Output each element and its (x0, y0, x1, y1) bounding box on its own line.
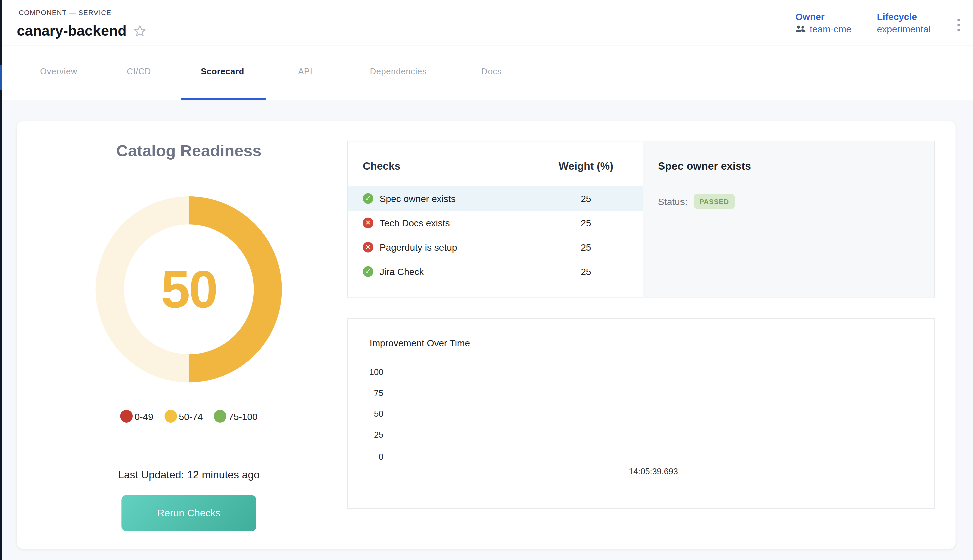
check-detail-panel: Spec owner exists Status: PASSED (643, 141, 934, 297)
check-pass-icon: ✓ (363, 266, 373, 277)
chart-title: Improvement Over Time (370, 337, 470, 348)
status-label: Status: (658, 196, 687, 207)
check-fail-icon: ✕ (363, 218, 373, 228)
check-weight: 25 (539, 193, 633, 204)
x-axis-tick: 14:05:39.693 (629, 467, 678, 476)
check-weight: 25 (539, 266, 633, 277)
lifecycle-value: experimental (877, 24, 931, 34)
lifecycle-meta: Lifecycle experimental (877, 12, 931, 34)
status-badge: PASSED (694, 194, 734, 209)
entity-header: COMPONENT — SERVICE canary-backend Owner… (2, 0, 973, 47)
score-value: 50 (161, 259, 217, 320)
owner-label: Owner (795, 12, 851, 22)
weight-column-header: Weight (%) (539, 160, 633, 172)
y-axis-tick: 0 (355, 452, 383, 461)
table-row-pagerduty[interactable]: ✕ Pagerduty is setup 25 (347, 235, 644, 259)
page: COMPONENT — SERVICE canary-backend Owner… (0, 0, 973, 560)
owner-value: team-cme (810, 24, 851, 34)
scorecard-title: Catalog Readiness (17, 141, 361, 160)
legend-dot-red (120, 410, 132, 423)
legend-dot-green (214, 410, 226, 423)
legend-item: 0-49 (120, 410, 153, 423)
y-axis-tick: 100 (355, 367, 383, 377)
check-detail-title: Spec owner exists (658, 160, 751, 172)
legend-dot-yellow (164, 410, 177, 423)
tab-docs[interactable]: Docs (481, 67, 502, 76)
team-icon (795, 25, 806, 33)
checks-table: Checks Weight (%) ✓ Spec owner exists 25… (347, 141, 643, 297)
table-row-tech-docs[interactable]: ✕ Tech Docs exists 25 (347, 211, 644, 235)
check-name: Tech Docs exists (380, 218, 450, 228)
y-axis-tick: 75 (355, 389, 383, 398)
breadcrumb: COMPONENT — SERVICE (19, 9, 111, 16)
score-column: Catalog Readiness 50 0-49 50-74 75-100 (17, 121, 361, 548)
check-weight: 25 (539, 242, 633, 253)
score-legend: 0-49 50-74 75-100 (17, 410, 361, 423)
table-row-spec-owner[interactable]: ✓ Spec owner exists 25 (347, 186, 644, 211)
checks-panel: Checks Weight (%) ✓ Spec owner exists 25… (347, 140, 935, 298)
favorite-star-icon[interactable] (133, 24, 147, 38)
last-updated-text: Last Updated: 12 minutes ago (17, 469, 361, 481)
legend-item: 75-100 (214, 410, 258, 423)
tab-overview[interactable]: Overview (40, 67, 77, 76)
rerun-checks-button[interactable]: Rerun Checks (121, 495, 257, 531)
tab-cicd[interactable]: CI/CD (127, 67, 151, 76)
y-axis-tick: 25 (355, 430, 383, 439)
check-fail-icon: ✕ (363, 242, 373, 253)
table-row-jira[interactable]: ✓ Jira Check 25 (347, 259, 644, 284)
legend-label: 75-100 (229, 411, 257, 422)
tab-api[interactable]: API (298, 67, 312, 76)
lifecycle-label: Lifecycle (877, 12, 931, 22)
tab-dependencies[interactable]: Dependencies (370, 67, 427, 76)
legend-label: 0-49 (135, 411, 153, 422)
improvement-chart-panel: Improvement Over Time 100 75 50 25 0 14:… (347, 318, 935, 508)
scorecard-card: Catalog Readiness 50 0-49 50-74 75-100 (17, 121, 956, 548)
tab-bar: Overview CI/CD Scorecard API Dependencie… (2, 46, 973, 100)
score-donut-chart: 50 (96, 196, 282, 382)
check-pass-icon: ✓ (363, 193, 373, 204)
check-name: Spec owner exists (380, 193, 456, 204)
legend-label: 50-74 (179, 411, 203, 422)
check-name: Jira Check (380, 266, 424, 277)
page-title: canary-backend (17, 22, 127, 39)
tab-scorecard[interactable]: Scorecard (201, 67, 244, 76)
sidebar-active-indicator (0, 65, 2, 90)
active-tab-indicator (181, 98, 266, 100)
legend-item: 50-74 (164, 410, 203, 423)
more-options-icon[interactable] (955, 17, 962, 34)
owner-link[interactable]: team-cme (795, 24, 851, 34)
check-name: Pagerduty is setup (380, 242, 457, 253)
checks-column-header: Checks (363, 160, 401, 172)
y-axis-tick: 50 (355, 410, 383, 419)
owner-meta: Owner team-cme (795, 12, 851, 34)
check-weight: 25 (539, 218, 633, 228)
